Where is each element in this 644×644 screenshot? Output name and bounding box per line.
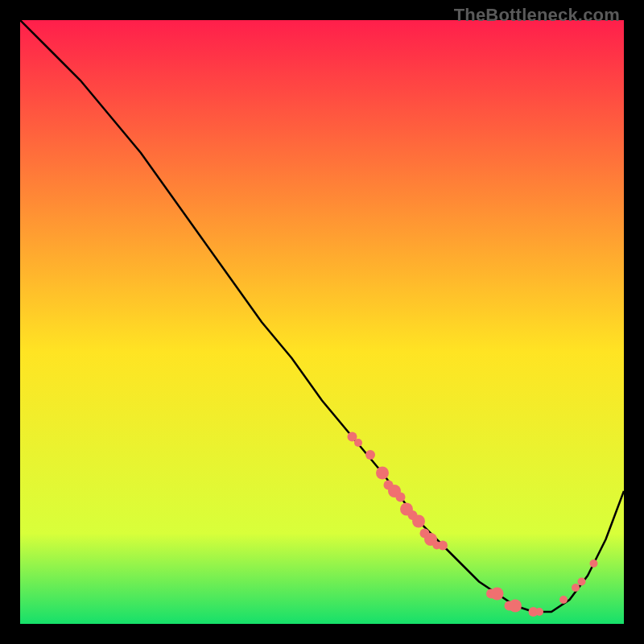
bottleneck-curve-chart xyxy=(20,20,624,624)
curve-marker xyxy=(491,588,504,601)
curve-marker xyxy=(590,559,598,568)
curve-marker xyxy=(354,439,362,447)
curve-marker xyxy=(412,515,425,528)
curve-marker xyxy=(572,584,580,592)
curve-marker xyxy=(365,450,375,460)
curve-marker xyxy=(396,493,406,502)
curve-marker xyxy=(578,578,586,586)
gradient-background xyxy=(20,20,624,624)
chart-frame xyxy=(20,20,624,624)
watermark-text: TheBottleneck.com xyxy=(454,5,620,26)
curve-marker xyxy=(376,467,389,480)
curve-marker xyxy=(509,600,522,613)
curve-marker xyxy=(535,608,543,616)
curve-marker xyxy=(559,596,568,604)
curve-marker xyxy=(438,541,448,551)
